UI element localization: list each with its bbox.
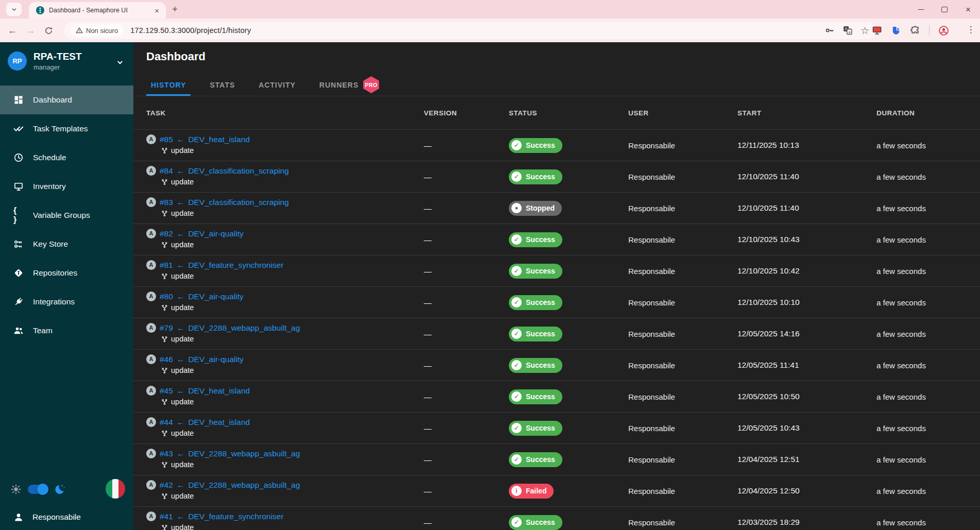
window-close-button[interactable]: × xyxy=(956,0,980,19)
task-id-link[interactable]: #82 xyxy=(160,229,173,238)
status-label: Success xyxy=(526,267,555,275)
reload-button[interactable] xyxy=(41,23,56,38)
task-row[interactable]: A #80 ← DEV_air-quality update — ✓ Succe… xyxy=(133,287,980,318)
sidebar-item-repositories[interactable]: Repositories xyxy=(0,259,133,287)
sidebar-item-task-templates[interactable]: Task Templates xyxy=(0,114,133,143)
task-id-link[interactable]: #85 xyxy=(160,135,173,144)
new-tab-button[interactable]: + xyxy=(172,4,178,15)
tab-search-button[interactable] xyxy=(6,3,22,16)
status-badge: ✓ Success xyxy=(509,264,562,279)
task-template-link[interactable]: DEV_heat_island xyxy=(188,135,250,144)
tab-runners[interactable]: RUNNERS PRO xyxy=(315,74,384,96)
bookmark-star-icon[interactable]: ☆ xyxy=(861,26,869,36)
task-template-link[interactable]: DEV_classification_scraping xyxy=(188,166,289,176)
profile-avatar[interactable] xyxy=(938,25,949,36)
language-flag-italy[interactable] xyxy=(106,479,125,499)
task-action: update xyxy=(171,303,194,312)
browser-tab[interactable]: Dashboard - Semaphore UI × xyxy=(29,2,166,19)
sidebar-item-variable-groups[interactable]: { } Variable Groups xyxy=(0,201,133,230)
window-maximize-button[interactable] xyxy=(933,0,956,19)
task-id-link[interactable]: #79 xyxy=(160,323,173,333)
task-template-link[interactable]: DEV_air-quality xyxy=(188,355,244,364)
task-id-link[interactable]: #42 xyxy=(160,481,173,490)
status-glyph-icon: i xyxy=(511,486,522,496)
toggle-thumb[interactable] xyxy=(37,484,48,495)
task-template-link[interactable]: DEV_feature_synchroniser xyxy=(188,261,283,270)
forward-button[interactable]: → xyxy=(23,23,38,38)
task-row[interactable]: A #79 ← DEV_2288_webapp_asbuilt_ag updat… xyxy=(133,318,980,350)
task-id-link[interactable]: #41 xyxy=(160,512,173,521)
ansible-icon: A xyxy=(146,229,156,238)
shield-extension-icon[interactable] xyxy=(891,25,901,36)
sidebar-item-team[interactable]: Team xyxy=(0,316,133,345)
task-template-link[interactable]: DEV_2288_webapp_asbuilt_ag xyxy=(188,449,300,458)
task-row[interactable]: A #42 ← DEV_2288_webapp_asbuilt_ag updat… xyxy=(133,475,980,507)
task-row[interactable]: A #83 ← DEV_classification_scraping upda… xyxy=(133,193,980,224)
back-button[interactable]: ← xyxy=(5,23,20,38)
duration-cell: a few seconds xyxy=(876,424,968,433)
task-row[interactable]: A #46 ← DEV_air-quality update — ✓ Succe… xyxy=(133,350,980,381)
project-switcher[interactable]: RP RPA-TEST manager xyxy=(0,42,133,78)
team-icon xyxy=(13,326,24,336)
task-id-link[interactable]: #80 xyxy=(160,292,173,301)
version-cell: — xyxy=(424,392,509,401)
task-row[interactable]: A #82 ← DEV_air-quality update — ✓ Succe… xyxy=(133,224,980,255)
start-cell: 12/05/2025 10:43 xyxy=(737,423,876,433)
task-id-link[interactable]: #83 xyxy=(160,198,173,207)
theme-row xyxy=(0,474,133,504)
task-row[interactable]: A #43 ← DEV_2288_webapp_asbuilt_ag updat… xyxy=(133,444,980,475)
task-template-link[interactable]: DEV_air-quality xyxy=(188,292,244,301)
task-cell: A #84 ← DEV_classification_scraping upda… xyxy=(146,161,424,192)
current-user[interactable]: Responsabile xyxy=(0,504,133,530)
sidebar-item-inventory[interactable]: Inventory xyxy=(0,172,133,201)
sidebar-item-dashboard[interactable]: Dashboard xyxy=(0,86,133,114)
task-template-link[interactable]: DEV_feature_synchroniser xyxy=(188,512,283,521)
address-bar[interactable]: Non sicuro 172.129.50.3:3000/project/1/h… xyxy=(64,22,876,39)
task-row[interactable]: A #41 ← DEV_feature_synchroniser update … xyxy=(133,507,980,530)
task-row[interactable]: A #81 ← DEV_feature_synchroniser update … xyxy=(133,255,980,287)
password-key-icon[interactable] xyxy=(824,25,835,36)
screen-share-extension-icon[interactable] xyxy=(872,25,882,36)
task-id-link[interactable]: #84 xyxy=(160,166,173,176)
status-badge: ■ Stopped xyxy=(509,201,562,216)
sidebar-item-schedule[interactable]: Schedule xyxy=(0,143,133,172)
task-id-link[interactable]: #81 xyxy=(160,261,173,270)
tab-stats[interactable]: STATS xyxy=(205,74,239,96)
browser-menu-button[interactable]: ⋮ xyxy=(966,24,976,35)
git-branch-icon xyxy=(161,210,168,217)
task-id-link[interactable]: #43 xyxy=(160,449,173,458)
task-template-link[interactable]: DEV_classification_scraping xyxy=(188,198,289,207)
duration-cell: a few seconds xyxy=(876,173,968,181)
dark-mode-toggle[interactable] xyxy=(28,485,47,494)
tab-activity[interactable]: ACTIVITY xyxy=(254,74,300,96)
task-id-link[interactable]: #46 xyxy=(160,355,173,364)
left-arrow: ← xyxy=(177,198,185,207)
task-id-link[interactable]: #45 xyxy=(160,386,173,396)
sidebar-item-label: Dashboard xyxy=(33,95,72,105)
sidebar-item-integrations[interactable]: Integrations xyxy=(0,287,133,316)
task-row[interactable]: A #84 ← DEV_classification_scraping upda… xyxy=(133,161,980,193)
tab-history[interactable]: HISTORY xyxy=(146,74,191,96)
task-row[interactable]: A #45 ← DEV_heat_island update — ✓ Succe… xyxy=(133,381,980,413)
task-cell: A #41 ← DEV_feature_synchroniser update xyxy=(146,507,424,530)
task-row[interactable]: A #85 ← DEV_heat_island update — ✓ Succe… xyxy=(133,130,980,161)
security-chip[interactable]: Non sicuro xyxy=(70,24,124,37)
task-template-link[interactable]: DEV_2288_webapp_asbuilt_ag xyxy=(188,481,300,490)
status-cell: ✓ Success xyxy=(509,232,628,247)
sun-icon[interactable] xyxy=(10,484,22,495)
task-template-link[interactable]: DEV_heat_island xyxy=(188,418,250,427)
task-template-link[interactable]: DEV_heat_island xyxy=(188,386,250,396)
url-text[interactable]: 172.129.50.3:3000/project/1/history xyxy=(130,26,251,35)
extensions-puzzle-icon[interactable] xyxy=(910,25,920,36)
translate-icon[interactable]: Aa xyxy=(843,25,853,36)
task-row[interactable]: A #44 ← DEV_heat_island update — ✓ Succe… xyxy=(133,413,980,444)
sidebar-item-key-store[interactable]: Key Store xyxy=(0,230,133,259)
window-minimize-button[interactable] xyxy=(909,0,933,19)
task-cell: A #80 ← DEV_air-quality update xyxy=(146,287,424,318)
task-template-link[interactable]: DEV_2288_webapp_asbuilt_ag xyxy=(188,323,300,333)
chevron-down-icon xyxy=(115,58,125,67)
task-template-link[interactable]: DEV_air-quality xyxy=(188,229,244,238)
moon-stars-icon[interactable] xyxy=(54,483,66,495)
task-id-link[interactable]: #44 xyxy=(160,418,173,427)
tab-close-icon[interactable]: × xyxy=(153,6,161,15)
